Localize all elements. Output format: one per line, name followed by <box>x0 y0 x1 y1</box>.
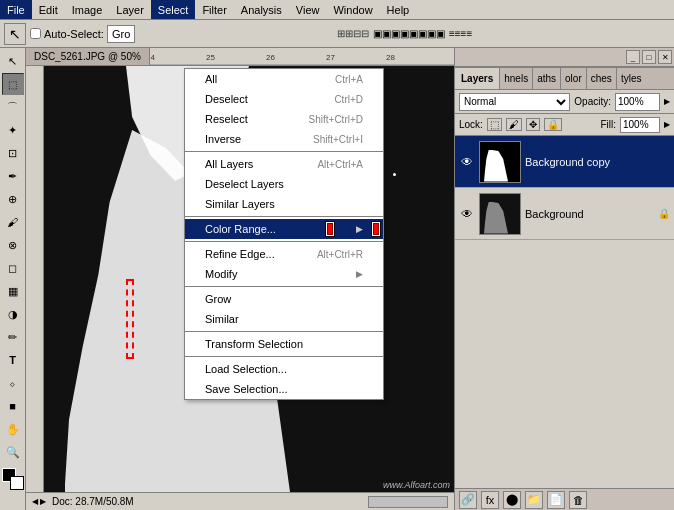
float-window-controls: _ □ ✕ <box>455 48 674 67</box>
layer-mask-btn[interactable]: ⬤ <box>503 491 521 509</box>
lock-all-icon[interactable]: 🔒 <box>544 118 562 131</box>
menu-edit[interactable]: Edit <box>32 0 65 19</box>
toolbar-icon-3: ≡≡≡≡ <box>449 28 472 39</box>
menu-view[interactable]: View <box>289 0 327 19</box>
tool-gradient[interactable]: ▦ <box>2 280 24 302</box>
canvas-tab[interactable]: DSC_5261.JPG @ 50% <box>26 48 150 66</box>
menu-item-load-selection[interactable]: Load Selection... <box>185 359 383 379</box>
lock-position-icon[interactable]: ✥ <box>526 118 540 131</box>
fill-label: Fill: <box>600 119 616 130</box>
lock-transparent-icon[interactable]: ⬚ <box>487 118 502 131</box>
menu-item-inverse[interactable]: Inverse Shift+Ctrl+I <box>185 129 383 149</box>
tab-paths[interactable]: aths <box>533 68 561 89</box>
layer-eye-1[interactable]: 👁 <box>459 154 475 170</box>
menu-item-similar-layers[interactable]: Similar Layers <box>185 194 383 214</box>
tool-pen[interactable]: ✏ <box>2 326 24 348</box>
opacity-label: Opacity: <box>574 96 611 107</box>
layer-dropdown[interactable]: Gro <box>107 25 135 43</box>
tool-marquee[interactable]: ⬚ <box>2 73 24 95</box>
auto-select-checkbox[interactable]: Auto-Select: Gro <box>30 25 135 43</box>
tool-dodge[interactable]: ◑ <box>2 303 24 325</box>
tool-healing[interactable]: ⊕ <box>2 188 24 210</box>
svg-text:25: 25 <box>206 53 215 62</box>
tool-hand[interactable]: ✋ <box>2 418 24 440</box>
right-panel: _ □ ✕ Layers hnels aths olor ches tyles … <box>454 48 674 510</box>
tab-channels[interactable]: hnels <box>500 68 533 89</box>
menu-help[interactable]: Help <box>380 0 417 19</box>
menu-item-transform-selection[interactable]: Transform Selection <box>185 334 383 354</box>
menu-file[interactable]: File <box>0 0 32 19</box>
tab-swatches[interactable]: ches <box>587 68 617 89</box>
tool-zoom[interactable]: 🔍 <box>2 441 24 463</box>
menu-layer[interactable]: Layer <box>109 0 151 19</box>
divider-3 <box>185 241 383 242</box>
tool-shape[interactable]: ■ <box>2 395 24 417</box>
divider-2 <box>185 216 383 217</box>
divider-4 <box>185 286 383 287</box>
tool-path-select[interactable]: ⬦ <box>2 372 24 394</box>
foreground-bg-colors[interactable] <box>2 468 24 490</box>
menu-item-save-selection[interactable]: Save Selection... <box>185 379 383 399</box>
select-dropdown-menu: All Ctrl+A Deselect Ctrl+D Reselect Shif… <box>184 68 384 400</box>
divider-6 <box>185 356 383 357</box>
layer-style-btn[interactable]: fx <box>481 491 499 509</box>
layer-name-2: Background <box>525 208 654 220</box>
menu-filter[interactable]: Filter <box>195 0 233 19</box>
tab-layers[interactable]: Layers <box>455 68 500 89</box>
link-layers-btn[interactable]: 🔗 <box>459 491 477 509</box>
delete-layer-btn[interactable]: 🗑 <box>569 491 587 509</box>
menu-image[interactable]: Image <box>65 0 110 19</box>
blend-mode-select[interactable]: Normal <box>459 93 570 111</box>
menu-analysis[interactable]: Analysis <box>234 0 289 19</box>
layer-eye-2[interactable]: 👁 <box>459 206 475 222</box>
tool-magic-wand[interactable]: ✦ <box>2 119 24 141</box>
layer-name-1: Background copy <box>525 156 670 168</box>
layer-thumb-2 <box>479 193 521 235</box>
tool-brush[interactable]: 🖌 <box>2 211 24 233</box>
tool-lasso[interactable]: ⌒ <box>2 96 24 118</box>
menu-item-color-range[interactable]: Color Range... ▶ <box>185 219 383 239</box>
tab-styles[interactable]: tyles <box>617 68 646 89</box>
scrollbar-h[interactable] <box>368 496 448 508</box>
menu-item-all[interactable]: All Ctrl+A <box>185 69 383 89</box>
menu-item-all-layers[interactable]: All Layers Alt+Ctrl+A <box>185 154 383 174</box>
tool-crop[interactable]: ⊡ <box>2 142 24 164</box>
tool-eraser[interactable]: ◻ <box>2 257 24 279</box>
nav-arrows[interactable]: ◀ ▶ <box>32 497 46 506</box>
svg-text:27: 27 <box>326 53 335 62</box>
fill-arrow[interactable]: ▶ <box>664 120 670 129</box>
watermark: www.Alfoart.com <box>383 480 450 490</box>
menu-item-modify[interactable]: Modify ▶ <box>185 264 383 284</box>
restore-btn[interactable]: □ <box>642 50 656 64</box>
tab-color[interactable]: olor <box>561 68 587 89</box>
menu-item-refine-edge[interactable]: Refine Edge... Alt+Ctrl+R <box>185 244 383 264</box>
opacity-arrow[interactable]: ▶ <box>664 97 670 106</box>
new-group-btn[interactable]: 📁 <box>525 491 543 509</box>
divider-5 <box>185 331 383 332</box>
tool-eyedropper[interactable]: ✒ <box>2 165 24 187</box>
menu-item-deselect[interactable]: Deselect Ctrl+D <box>185 89 383 109</box>
new-layer-btn[interactable]: 📄 <box>547 491 565 509</box>
menu-item-grow[interactable]: Grow <box>185 289 383 309</box>
layer-item-background[interactable]: 👁 Background 🔒 <box>455 188 674 240</box>
menu-item-deselect-layers[interactable]: Deselect Layers <box>185 174 383 194</box>
lock-fill-row: Lock: ⬚ 🖌 ✥ 🔒 Fill: 100% ▶ <box>455 114 674 136</box>
blend-opacity-row: Normal Opacity: 100% ▶ <box>455 90 674 114</box>
lock-image-icon[interactable]: 🖌 <box>506 118 522 131</box>
tools-panel: ↖ ⬚ ⌒ ✦ ⊡ ✒ ⊕ 🖌 ⊗ ◻ ▦ ◑ ✏ T ⬦ ■ ✋ 🔍 <box>0 48 26 510</box>
menu-select[interactable]: Select <box>151 0 196 19</box>
layer-item-background-copy[interactable]: 👁 Background copy <box>455 136 674 188</box>
fill-value[interactable]: 100% <box>620 117 660 133</box>
minimize-btn[interactable]: _ <box>626 50 640 64</box>
menu-item-similar[interactable]: Similar <box>185 309 383 329</box>
canvas-area: 22 23 24 25 26 27 28 DSC_5261.JPG @ 50% <box>26 48 454 510</box>
opacity-value[interactable]: 100% <box>615 93 660 111</box>
menu-item-reselect[interactable]: Reselect Shift+Ctrl+D <box>185 109 383 129</box>
close-btn[interactable]: ✕ <box>658 50 672 64</box>
menu-window[interactable]: Window <box>326 0 379 19</box>
tool-clone[interactable]: ⊗ <box>2 234 24 256</box>
tool-move[interactable]: ↖ <box>2 50 24 72</box>
tool-text[interactable]: T <box>2 349 24 371</box>
ruler-left <box>26 66 44 492</box>
doc-size: Doc: 28.7M/50.8M <box>52 496 134 507</box>
